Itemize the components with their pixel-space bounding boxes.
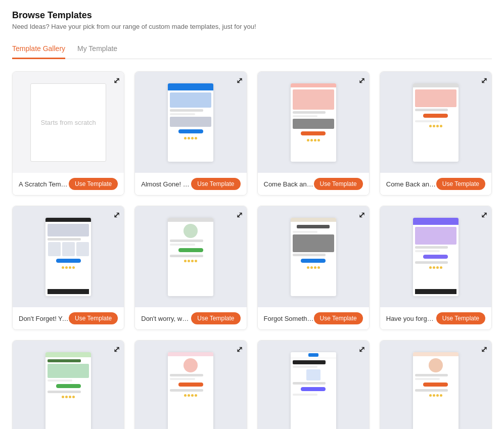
template-card: ⤢ Left Something Behi... Use Template [134, 340, 247, 429]
use-template-button[interactable]: Use Template [191, 312, 240, 324]
template-preview: ⤢ [135, 72, 246, 173]
template-footer: Have you forgotten ... Use Template [380, 307, 491, 329]
template-name: Come Back and Sav... [386, 180, 436, 188]
expand-icon[interactable]: ⤢ [113, 210, 120, 220]
template-preview: Starts from scratch ⤢ [13, 72, 124, 173]
template-preview: ⤢ [380, 206, 491, 307]
template-footer: Come Back and Sav... Use Template [380, 173, 491, 195]
template-card: ⤢ Have you forgotten ... Use Template [380, 206, 492, 330]
template-preview: ⤢ [258, 341, 369, 429]
use-template-button[interactable]: Use Template [314, 312, 363, 324]
use-template-button[interactable]: Use Template [314, 178, 363, 190]
tab-my-template[interactable]: My Template [77, 40, 117, 59]
use-template-button[interactable]: Use Template [436, 178, 485, 190]
template-card: ⤢ Come Back and Sav... Use Template [380, 71, 492, 196]
template-preview: ⤢ [380, 341, 491, 429]
template-footer: Don't worry, we've g... Use Template [135, 307, 246, 329]
template-preview: ⤢ [13, 341, 124, 429]
scratch-preview: Starts from scratch [30, 83, 106, 162]
template-card: ⤢ Almost Gone! Don't ... Use Template [134, 71, 247, 196]
expand-icon[interactable]: ⤢ [236, 76, 243, 85]
template-footer: Forgot Something? Use Template [258, 307, 369, 329]
use-template-button[interactable]: Use Template [436, 312, 485, 324]
use-template-button[interactable]: Use Template [69, 312, 118, 324]
expand-icon[interactable]: ⤢ [113, 76, 120, 85]
template-preview: ⤢ [135, 341, 246, 429]
expand-icon[interactable]: ⤢ [236, 210, 243, 220]
use-template-button[interactable]: Use Template [69, 178, 118, 190]
template-card: ⤢ Left Something Behi... Use Template [257, 340, 370, 429]
template-grid: Starts from scratch ⤢ A Scratch Template… [12, 71, 492, 429]
template-name: A Scratch Template [19, 180, 69, 188]
template-card: ⤢ Left Something Behi... Use Template [12, 340, 124, 429]
expand-icon[interactable]: ⤢ [358, 345, 365, 354]
template-footer: A Scratch Template Use Template [13, 173, 124, 195]
tab-bar: Template Gallery My Template [12, 40, 492, 59]
expand-icon[interactable]: ⤢ [481, 210, 487, 220]
template-card: ⤢ Don't Forget! Your It... Use Template [12, 206, 124, 330]
template-footer: Almost Gone! Don't ... Use Template [135, 173, 246, 195]
expand-icon[interactable]: ⤢ [236, 345, 243, 354]
template-name: Almost Gone! Don't ... [141, 180, 191, 188]
template-name: Have you forgotten ... [386, 315, 436, 322]
template-preview: ⤢ [258, 206, 369, 307]
expand-icon[interactable]: ⤢ [481, 76, 487, 85]
template-preview: ⤢ [13, 206, 124, 307]
template-preview: ⤢ [135, 206, 246, 307]
tab-template-gallery[interactable]: Template Gallery [12, 40, 65, 59]
template-card: Starts from scratch ⤢ A Scratch Template… [12, 71, 124, 196]
template-name: Come Back and Sav... [264, 180, 314, 188]
template-card: ⤢ Don't worry, we've g... Use Template [134, 206, 247, 330]
use-template-button[interactable]: Use Template [191, 178, 240, 190]
expand-icon[interactable]: ⤢ [113, 345, 120, 354]
template-name: Forgot Something? [264, 315, 314, 322]
page-subtitle: Need Ideas? Have your pick from our rang… [12, 23, 492, 30]
expand-icon[interactable]: ⤢ [358, 76, 365, 85]
template-preview: ⤢ [258, 72, 369, 173]
expand-icon[interactable]: ⤢ [358, 210, 365, 220]
template-preview: ⤢ [380, 72, 491, 173]
template-card: ⤢ Come Back and Sav... Use Template [257, 71, 370, 196]
expand-icon[interactable]: ⤢ [481, 345, 487, 354]
template-footer: Don't Forget! Your It... Use Template [13, 307, 124, 329]
page-title: Browse Templates [12, 10, 492, 21]
template-name: Don't worry, we've g... [141, 315, 191, 322]
template-card: ⤢ Forgot Something? Use Template [257, 206, 370, 330]
template-card: ⤢ Left Something Behi... Use Template [380, 340, 492, 429]
template-footer: Come Back and Sav... Use Template [258, 173, 369, 195]
template-name: Don't Forget! Your It... [19, 315, 69, 322]
